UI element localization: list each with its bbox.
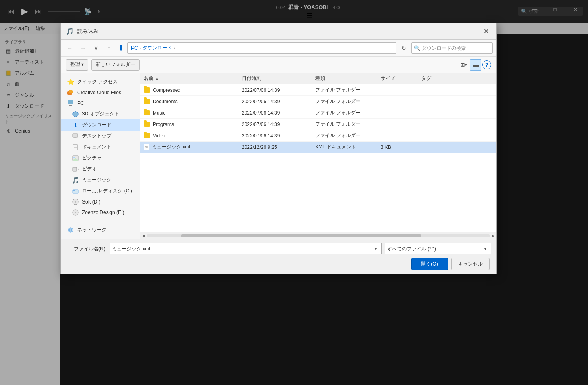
breadcrumb-pc[interactable]: PC bbox=[131, 45, 138, 51]
creative-cloud-icon bbox=[67, 89, 74, 96]
file-row[interactable]: Documents 2022/07/06 14:39 ファイル フォルダー bbox=[140, 96, 496, 107]
svg-marker-15 bbox=[78, 168, 79, 171]
filename-label: ファイル名(N): bbox=[66, 246, 107, 252]
chevron-down-icon: ∨ bbox=[94, 45, 98, 51]
nav-item-local-disk-c[interactable]: ローカル ディスク (C:) bbox=[61, 186, 140, 197]
svg-rect-7 bbox=[74, 137, 76, 138]
pictures-icon bbox=[72, 155, 79, 162]
file-type-cell: ファイル フォルダー bbox=[312, 107, 377, 118]
filename-input-wrap[interactable]: ▾ bbox=[110, 243, 382, 254]
nav-item-quick-access[interactable]: ⭐ クイック アクセス bbox=[61, 76, 140, 87]
folder-icon bbox=[144, 122, 150, 127]
column-header-type[interactable]: 種類 bbox=[312, 73, 377, 84]
dialog-toolbar: 整理 ▾ 新しいフォルダー ⊞ ▾ ▬ ? bbox=[61, 57, 496, 73]
dialog-action-row: 開く(O) キャンセル bbox=[66, 258, 491, 270]
view-details-btn[interactable]: ▬ bbox=[470, 59, 481, 71]
svg-marker-5 bbox=[73, 111, 78, 117]
column-header-size[interactable]: サイズ bbox=[377, 73, 418, 84]
folder-icon bbox=[144, 99, 150, 104]
file-size-cell bbox=[377, 96, 418, 107]
search-icon: 🔍 bbox=[414, 45, 420, 51]
dialog-addressbar: ← → ∨ ↑ ⬇ PC › ダウンロード › ↻ 🔍 bbox=[61, 40, 496, 57]
file-size-cell bbox=[377, 84, 418, 95]
list-view-icon: ⊞ bbox=[460, 62, 465, 68]
scroll-track[interactable] bbox=[147, 234, 490, 237]
filetype-dropdown-button[interactable]: ▾ bbox=[481, 244, 489, 253]
breadcrumb-separator-2: › bbox=[174, 46, 175, 50]
nav-item-zoenzo-e[interactable]: Zoenzo Design (E:) bbox=[61, 207, 140, 218]
new-folder-label: 新しいフォルダー bbox=[96, 61, 135, 68]
nav-item-pc[interactable]: PC bbox=[61, 98, 140, 108]
forward-button[interactable]: → bbox=[77, 42, 89, 54]
file-size-cell bbox=[377, 119, 418, 130]
downloads-nav-icon: ⬇ bbox=[72, 122, 79, 128]
filename-input[interactable] bbox=[112, 246, 370, 252]
recent-locations-button[interactable]: ∨ bbox=[90, 42, 102, 54]
open-label: 開く(O) bbox=[421, 261, 438, 268]
svg-rect-2 bbox=[68, 100, 74, 104]
horizontal-scrollbar[interactable]: ◀ ▶ bbox=[140, 232, 496, 239]
back-button[interactable]: ← bbox=[64, 42, 76, 54]
search-box[interactable]: 🔍 bbox=[411, 42, 493, 54]
nav-item-3d[interactable]: 3D オブジェクト bbox=[61, 108, 140, 119]
file-tag-cell bbox=[418, 119, 496, 130]
nav-item-soft-d[interactable]: Soft (D:) bbox=[61, 197, 140, 207]
file-row[interactable]: Music 2022/07/06 14:39 ファイル フォルダー bbox=[140, 107, 496, 119]
new-folder-button[interactable]: 新しいフォルダー bbox=[91, 59, 140, 71]
filetype-select[interactable]: すべてのファイル (*.*) ▾ bbox=[385, 243, 491, 254]
nav-item-music[interactable]: 🎵 ミュージック bbox=[61, 175, 140, 186]
file-list-area: 名前 ▲ 日付時刻 種類 サイズ タグ bbox=[140, 73, 496, 239]
xml-file-icon: XML bbox=[144, 144, 149, 150]
view-list-btn[interactable]: ⊞ ▾ bbox=[458, 59, 469, 71]
up-button[interactable]: ↑ bbox=[103, 42, 115, 54]
dialog-bottom: ファイル名(N): ▾ すべてのファイル (*.*) ▾ 開く(O) キャンセル bbox=[61, 239, 496, 274]
file-date-cell: 2022/07/06 14:39 bbox=[238, 96, 312, 107]
scroll-thumb[interactable] bbox=[181, 234, 421, 237]
nav-item-network[interactable]: ネットワーク bbox=[61, 224, 140, 235]
file-name-cell: Music bbox=[140, 107, 238, 118]
nav-label-videos: ビデオ bbox=[82, 166, 97, 173]
help-icon: ? bbox=[485, 62, 489, 68]
file-name-cell: Compressed bbox=[140, 84, 238, 95]
nav-label-local-disk-c: ローカル ディスク (C:) bbox=[82, 188, 132, 195]
file-row-selected[interactable]: XML ミュージック.xml 2022/12/26 9:25 XML ドキュメン… bbox=[140, 142, 496, 153]
refresh-button[interactable]: ↻ bbox=[398, 42, 410, 54]
scroll-left-icon[interactable]: ◀ bbox=[142, 234, 145, 238]
filename-dropdown-button[interactable]: ▾ bbox=[372, 244, 380, 253]
organize-button[interactable]: 整理 ▾ bbox=[66, 59, 88, 71]
open-button[interactable]: 開く(O) bbox=[411, 258, 448, 270]
nav-label-music: ミュージック bbox=[82, 177, 111, 184]
column-header-name[interactable]: 名前 ▲ bbox=[140, 73, 238, 84]
breadcrumb-download[interactable]: ダウンロード bbox=[143, 44, 172, 51]
cancel-button[interactable]: キャンセル bbox=[451, 258, 490, 270]
nav-item-documents[interactable]: ドキュメント bbox=[61, 142, 140, 153]
column-header-tag[interactable]: タグ bbox=[418, 73, 496, 84]
file-row[interactable]: Programs 2022/07/06 14:39 ファイル フォルダー bbox=[140, 119, 496, 130]
file-row[interactable]: Video 2022/07/06 14:39 ファイル フォルダー bbox=[140, 130, 496, 142]
nav-item-creative-cloud[interactable]: Creative Cloud Files bbox=[61, 87, 140, 98]
search-input[interactable] bbox=[422, 45, 487, 51]
file-size-cell bbox=[377, 130, 418, 141]
help-btn[interactable]: ? bbox=[482, 60, 491, 69]
nav-label-creative-cloud: Creative Cloud Files bbox=[77, 90, 121, 95]
nav-item-downloads[interactable]: ⬇ ダウンロード bbox=[61, 119, 140, 131]
file-row[interactable]: Compressed 2022/07/06 14:39 ファイル フォルダー bbox=[140, 84, 496, 96]
file-type-cell: ファイル フォルダー bbox=[312, 130, 377, 141]
dialog-close-button[interactable]: ✕ bbox=[481, 26, 491, 37]
col-date-label: 日付時刻 bbox=[242, 75, 261, 82]
nav-label-zoenzo-e: Zoenzo Design (E:) bbox=[82, 210, 124, 215]
nav-item-desktop[interactable]: デスクトップ bbox=[61, 131, 140, 142]
soft-d-icon bbox=[72, 199, 79, 205]
nav-label-quick-access: クイック アクセス bbox=[77, 78, 118, 85]
column-header-date[interactable]: 日付時刻 bbox=[238, 73, 312, 84]
folder-icon bbox=[144, 110, 150, 115]
scroll-right-icon[interactable]: ▶ bbox=[492, 234, 494, 238]
pc-icon bbox=[67, 100, 74, 106]
nav-label-network: ネットワーク bbox=[77, 226, 107, 233]
3d-objects-icon bbox=[72, 111, 79, 117]
chevron-down-icon: ▾ bbox=[484, 247, 486, 251]
nav-item-videos[interactable]: ビデオ bbox=[61, 164, 140, 175]
nav-item-pictures[interactable]: ピクチャ bbox=[61, 153, 140, 164]
chevron-down-icon: ▾ bbox=[375, 247, 377, 251]
file-date-cell: 2022/12/26 9:25 bbox=[238, 142, 312, 153]
